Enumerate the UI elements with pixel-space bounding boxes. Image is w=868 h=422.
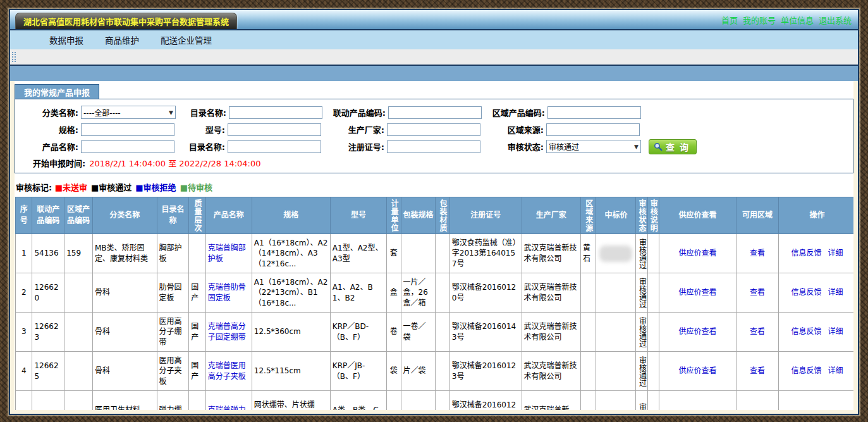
cell-category: MB类、矫形固定、康复材料类 xyxy=(92,234,157,273)
supply_link-link[interactable]: 供应价查看 xyxy=(678,249,716,258)
cell-region_link xyxy=(736,391,778,411)
supply_link-link[interactable]: 供应价查看 xyxy=(678,327,716,336)
action-link-详细[interactable]: 详细 xyxy=(828,327,843,336)
product-link[interactable]: 克瑞普高分子固定绷带 xyxy=(208,322,246,341)
product-link[interactable]: 克瑞普医用高分子夹板 xyxy=(208,361,246,380)
form-input[interactable] xyxy=(81,140,174,153)
action-link-详细[interactable]: 详细 xyxy=(828,366,843,375)
form-input[interactable] xyxy=(387,140,480,153)
cell-pack_spec xyxy=(401,391,436,411)
form-field-group: 区域产品编码: xyxy=(482,106,641,119)
region_link-link[interactable]: 查看 xyxy=(750,327,765,336)
cell-catalog: 肋骨固定板 xyxy=(157,273,189,313)
tab-my-regular-product-declaration[interactable]: 我的常规产品申报 xyxy=(15,84,99,99)
cell-pack_material xyxy=(436,234,449,273)
form-label: 产品名称: xyxy=(20,140,81,152)
cell-supply_link: 供应价查看 xyxy=(659,234,736,273)
legend-label: 审核标记: xyxy=(16,183,52,192)
cell-manufacturer: 武汉克瑞普新技术有限公司 xyxy=(522,352,580,391)
action-link-信息反馈[interactable]: 信息反馈 xyxy=(791,249,821,258)
cell-seq: 3 xyxy=(16,313,32,352)
action-link-信息反馈[interactable]: 信息反馈 xyxy=(791,288,821,297)
form-select[interactable]: 审核通过▼ xyxy=(546,140,641,153)
cell-region_source xyxy=(581,391,596,411)
cell-region_code xyxy=(64,352,93,391)
region_link-link[interactable]: 查看 xyxy=(750,366,765,375)
cell-product: 克瑞普高分子固定绷带 xyxy=(205,313,252,352)
cell-unit: 盒 xyxy=(387,273,401,313)
supply_link-link[interactable]: 供应价查看 xyxy=(678,366,716,375)
action-link-信息反馈[interactable]: 信息反馈 xyxy=(791,366,821,375)
cell-cert: 鄂汉械备20160143号 xyxy=(449,313,522,352)
form-field-group: 目录名称: xyxy=(174,140,321,153)
col-header-supply_link: 供应价查看 xyxy=(659,197,736,234)
cell-region_link: 查看 xyxy=(736,352,778,391)
cell-region_source xyxy=(581,313,596,352)
cell-unit: 套 xyxy=(387,234,401,273)
action-link-详细[interactable]: 详细 xyxy=(828,249,843,258)
select-value: ----全部---- xyxy=(83,107,121,118)
cell-price xyxy=(596,391,636,411)
col-header-product: 产品名称 xyxy=(205,197,252,234)
col-header-audit_note: 审核说明 xyxy=(647,197,659,234)
form-input[interactable] xyxy=(228,123,321,136)
form-row-1: 分类名称:----全部----▼目录名称:联动产品编码:区域产品编码: xyxy=(15,104,853,121)
menu-item-配送企业管理[interactable]: 配送企业管理 xyxy=(161,34,212,46)
cell-region_link: 查看 xyxy=(736,273,778,313)
menu-item-数据申报[interactable]: 数据申报 xyxy=(49,34,83,46)
form-select[interactable]: ----全部----▼ xyxy=(81,106,176,119)
cell-manufacturer: 武汉克瑞普新技术有限公司 xyxy=(522,273,580,313)
product-link[interactable]: 克瑞普胸部护板 xyxy=(208,244,246,263)
search-button[interactable]: 查 询 xyxy=(649,139,697,154)
form-label: 目录名称: xyxy=(176,106,229,118)
top-link-单位信息[interactable]: 单位信息 xyxy=(781,16,814,25)
form-input[interactable] xyxy=(387,123,480,136)
col-header-audit_status: 审核状态 xyxy=(636,197,647,234)
action-link-信息反馈[interactable]: 信息反馈 xyxy=(791,327,821,336)
legend-item: ■未送审 xyxy=(55,183,87,192)
form-field-group: 目录名称: xyxy=(176,106,322,119)
redacted-price xyxy=(599,245,632,262)
cell-catalog: 医用高分子绷带 xyxy=(157,313,189,352)
form-input[interactable] xyxy=(547,106,641,119)
product-link[interactable]: 克瑞普肋骨固定板 xyxy=(208,283,246,302)
form-input[interactable] xyxy=(388,106,482,119)
region_link-link[interactable]: 查看 xyxy=(750,288,765,297)
form-field-group: 审核状态:审核通过▼ xyxy=(480,140,641,153)
region_link-link[interactable]: 查看 xyxy=(750,249,765,258)
cell-supply_link: 供应价查看 xyxy=(659,313,736,352)
cell-supply_link: 供应价查看 xyxy=(659,273,736,313)
form-input[interactable] xyxy=(228,140,321,153)
form-field-group: 型号: xyxy=(174,123,321,136)
cell-quality xyxy=(189,234,205,273)
form-input[interactable] xyxy=(229,106,322,119)
cell-catalog: 胸部护板 xyxy=(157,234,189,273)
cell-category: 骨科 xyxy=(92,352,157,391)
col-header-region_source: 区域来源 xyxy=(581,197,596,234)
form-row-3: 产品名称:目录名称:注册证号:审核状态:审核通过▼ 查 询 xyxy=(15,138,853,155)
cell-pack_spec: 一卷／袋 xyxy=(401,313,436,352)
cell-pack_material xyxy=(436,391,449,411)
period-label: 开始申报时间: xyxy=(33,157,85,169)
search-icon xyxy=(654,142,663,151)
col-header-price: 中标价 xyxy=(596,197,636,234)
cell-product: 克瑞普胸部护板 xyxy=(205,234,252,273)
top-link-我的账号[interactable]: 我的账号 xyxy=(743,16,776,25)
form-input[interactable] xyxy=(81,123,174,136)
menu-item-商品维护[interactable]: 商品维护 xyxy=(105,34,139,46)
table-row: 154136159MB类、矫形固定、康复材料类胸部护板克瑞普胸部护板A1（16*… xyxy=(16,234,854,273)
table-row: 4126625骨科医用高分子夹板国产克瑞普医用高分子夹板12.5*115cmKR… xyxy=(16,352,854,391)
form-input[interactable] xyxy=(546,123,640,136)
grip-handle-icon[interactable] xyxy=(12,52,16,62)
col-header-pack_material: 包装材质 xyxy=(436,197,449,234)
cell-manufacturer: 武汉克瑞普新技术有限公司 xyxy=(522,234,580,273)
action-link-详细[interactable]: 详细 xyxy=(828,288,843,297)
top-link-首页[interactable]: 首页 xyxy=(721,16,738,25)
cell-pack_material xyxy=(436,313,449,352)
cell-pack_spec: 片／袋 xyxy=(401,352,436,391)
cell-model: KRP／JB-（B、F） xyxy=(330,352,386,391)
cell-audit_status: 审核通过 xyxy=(636,273,647,313)
top-link-退出系统[interactable]: 退出系统 xyxy=(819,16,852,25)
supply_link-link[interactable]: 供应价查看 xyxy=(678,288,716,297)
product-link[interactable]: 克瑞普弹力 xyxy=(208,406,246,410)
